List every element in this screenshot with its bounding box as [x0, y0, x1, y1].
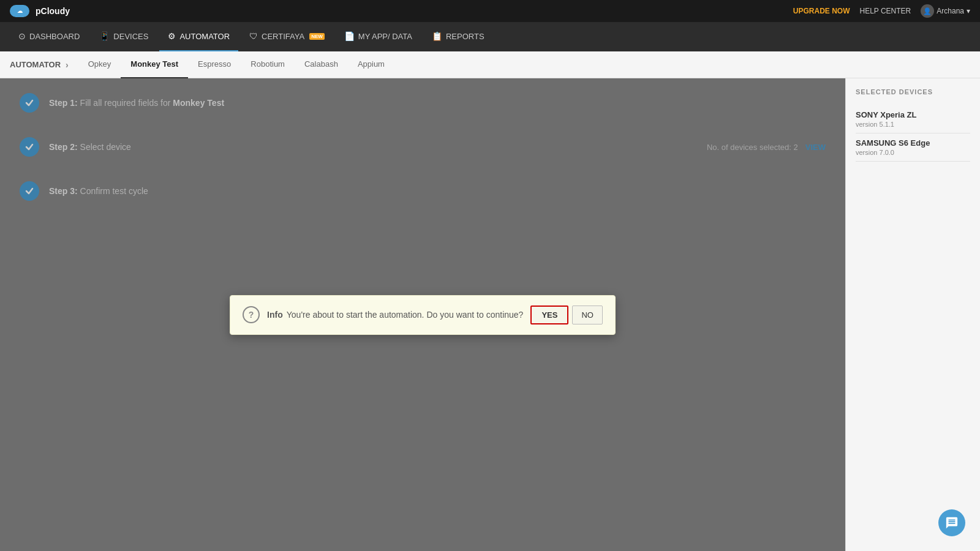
dialog-yes-button[interactable]: YES: [530, 305, 568, 324]
tab-monkey-test-label: Monkey Test: [130, 59, 178, 69]
top-nav-right: UPGRADE NOW HELP CENTER 👤 Archana ▾: [793, 4, 970, 18]
device-1-brand: SONY: [856, 110, 880, 119]
user-menu[interactable]: 👤 Archana ▾: [921, 4, 970, 18]
main-content: Step 1: Fill all required fields for Mon…: [0, 78, 845, 551]
dialog-text-area: Info You're about to start the automatio…: [267, 310, 523, 320]
nav-item-myapp[interactable]: 📄 MY APP/ DATA: [336, 22, 421, 51]
nav-item-reports[interactable]: 📋 REPORTS: [423, 22, 493, 51]
device-item-1: SONY Xperia ZL version 5.1.1: [856, 105, 970, 133]
dialog-info-icon: ?: [243, 306, 260, 323]
breadcrumb-arrow-icon: ›: [66, 60, 69, 70]
tab-appium[interactable]: Appium: [348, 51, 394, 78]
tab-espresso[interactable]: Espresso: [188, 51, 241, 78]
content-wrapper: Step 1: Fill all required fields for Mon…: [0, 78, 980, 551]
tab-calabash[interactable]: Calabash: [295, 51, 348, 78]
tab-robotium-label: Robotium: [251, 59, 285, 69]
nav-item-certifaya-label: CERTIFAYA: [262, 32, 304, 41]
tab-calabash-label: Calabash: [304, 59, 338, 69]
automator-icon: ⚙: [168, 31, 176, 41]
upgrade-now-link[interactable]: UPGRADE NOW: [793, 7, 850, 15]
chat-button[interactable]: [938, 509, 965, 536]
nav-item-myapp-label: MY APP/ DATA: [358, 32, 412, 41]
breadcrumb: AUTOMATOR ›: [10, 60, 69, 70]
device-2-version: version 7.0.0: [856, 149, 970, 156]
nav-item-dashboard-label: DASHBOARD: [29, 32, 80, 41]
certifaya-icon: 🛡: [249, 31, 258, 41]
devices-icon: 📱: [99, 31, 110, 41]
tab-opkey-label: Opkey: [88, 59, 111, 69]
main-nav: ⊙ DASHBOARD 📱 DEVICES ⚙ AUTOMATOR 🛡 CERT…: [0, 22, 980, 51]
logo-area: ☁ pCloudy: [10, 5, 70, 17]
right-panel: SELECTED DEVICES SONY Xperia ZL version …: [845, 78, 980, 551]
tab-opkey[interactable]: Opkey: [78, 51, 121, 78]
modal-overlay: ? Info You're about to start the automat…: [0, 78, 845, 551]
tab-robotium[interactable]: Robotium: [241, 51, 295, 78]
dialog-icon-label: ?: [249, 310, 254, 320]
myapp-icon: 📄: [344, 31, 355, 41]
top-nav: ☁ pCloudy UPGRADE NOW HELP CENTER 👤 Arch…: [0, 0, 980, 22]
device-item-2: SAMSUNG S6 Edge version 7.0.0: [856, 133, 970, 162]
nav-item-devices[interactable]: 📱 DEVICES: [91, 22, 157, 51]
dashboard-icon: ⊙: [18, 31, 26, 41]
breadcrumb-text: AUTOMATOR: [10, 60, 61, 69]
sub-nav: AUTOMATOR › Opkey Monkey Test Espresso R…: [0, 51, 980, 78]
dialog-no-button[interactable]: NO: [572, 305, 603, 324]
logo: ☁ pCloudy: [10, 5, 70, 17]
tab-appium-label: Appium: [358, 59, 385, 69]
user-avatar-icon: 👤: [921, 4, 934, 18]
user-name: Archana: [937, 7, 964, 15]
dialog-actions: YES NO: [530, 305, 603, 324]
device-2-name: SAMSUNG S6 Edge: [856, 138, 970, 148]
nav-item-devices-label: DEVICES: [113, 32, 148, 41]
nav-item-dashboard[interactable]: ⊙ DASHBOARD: [10, 22, 88, 51]
device-1-model: Xperia ZL: [880, 110, 916, 119]
nav-item-automator-label: AUTOMATOR: [179, 32, 230, 41]
device-2-model: S6 Edge: [899, 138, 930, 148]
dialog-label: Info: [267, 310, 283, 320]
tab-espresso-label: Espresso: [198, 59, 231, 69]
panel-title: SELECTED DEVICES: [856, 88, 970, 96]
tab-monkey-test[interactable]: Monkey Test: [121, 51, 188, 78]
nav-item-certifaya[interactable]: 🛡 CERTIFAYA NEW: [241, 22, 333, 51]
cloud-logo-icon: ☁: [10, 5, 29, 17]
dialog-box: ? Info You're about to start the automat…: [230, 295, 616, 335]
nav-item-automator[interactable]: ⚙ AUTOMATOR: [159, 22, 238, 51]
dialog-message: You're about to start the automation. Do…: [287, 310, 524, 320]
device-1-name: SONY Xperia ZL: [856, 110, 970, 119]
certifaya-new-badge: NEW: [309, 33, 325, 40]
user-chevron-icon: ▾: [967, 7, 970, 15]
help-center-link[interactable]: HELP CENTER: [859, 7, 911, 15]
logo-text: pCloudy: [36, 6, 70, 16]
nav-item-reports-label: REPORTS: [446, 32, 484, 41]
device-2-brand: SAMSUNG: [856, 138, 899, 148]
reports-icon: 📋: [432, 31, 442, 41]
device-1-version: version 5.1.1: [856, 121, 970, 128]
